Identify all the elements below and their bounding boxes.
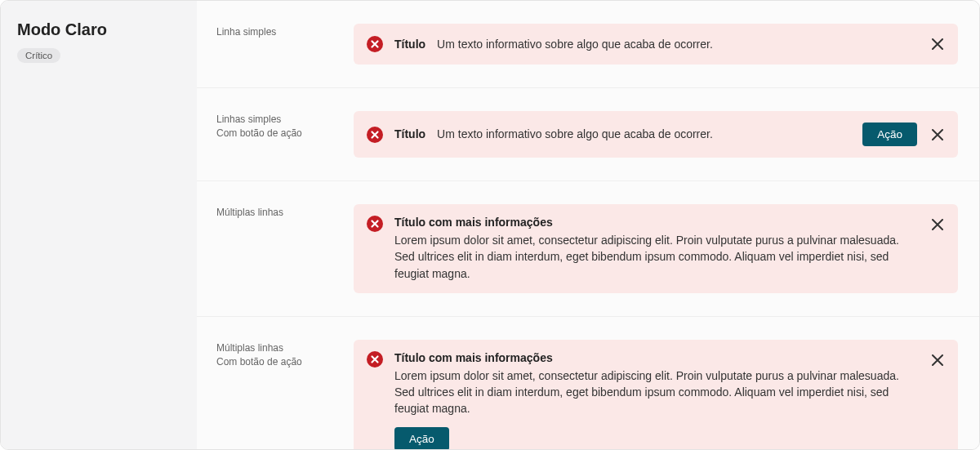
alert-body: Título com mais informações Lorem ipsum … — [394, 351, 917, 449]
variant-content: Título Um texto informativo sobre algo q… — [354, 111, 958, 158]
alert-body: Título Um texto informativo sobre algo q… — [394, 126, 851, 142]
canvas: Modo Claro Crítico Linha simples Título … — [0, 0, 980, 450]
variant-label-line: Linhas simples — [216, 113, 354, 127]
page-title: Modo Claro — [17, 20, 180, 39]
variant-label: Múltiplas linhas Com botão de ação — [216, 340, 354, 370]
alert-title: Título — [394, 127, 425, 140]
error-circle-icon — [367, 216, 383, 232]
error-circle-icon — [367, 351, 383, 368]
variant-content: Título com mais informações Lorem ipsum … — [354, 340, 958, 449]
alert-body: Título com mais informações Lorem ipsum … — [394, 216, 917, 282]
close-button[interactable] — [929, 216, 947, 234]
sidebar: Modo Claro Crítico — [1, 1, 197, 449]
error-circle-icon — [367, 127, 383, 143]
alert-critical: Título Um texto informativo sobre algo q… — [354, 24, 958, 65]
error-circle-icon — [367, 36, 383, 52]
variant-row: Múltiplas linhas Título com mais informa… — [197, 181, 979, 317]
close-icon — [932, 219, 943, 230]
variant-label: Múltiplas linhas — [216, 204, 354, 220]
variant-label-line: Múltiplas linhas — [216, 206, 354, 220]
alert-trailing: Ação — [862, 123, 947, 146]
variant-label-line: Múltiplas linhas — [216, 341, 354, 355]
alert-actions: Ação — [394, 427, 917, 449]
alert-description: Um texto informativo sobre algo que acab… — [437, 36, 713, 52]
variant-label-line: Linha simples — [216, 25, 354, 39]
close-icon — [932, 129, 943, 140]
close-icon — [932, 38, 943, 50]
main-content: Linha simples Título Um texto informativ… — [197, 1, 979, 449]
alert-body: Título Um texto informativo sobre algo q… — [394, 36, 917, 52]
status-chip: Crítico — [17, 48, 60, 63]
alert-critical: Título Um texto informativo sobre algo q… — [354, 111, 958, 158]
alert-title: Título com mais informações — [394, 216, 917, 229]
variant-label: Linhas simples Com botão de ação — [216, 111, 354, 141]
variant-row: Linha simples Título Um texto informativ… — [197, 1, 979, 88]
action-button[interactable]: Ação — [862, 123, 917, 146]
variant-row: Linhas simples Com botão de ação Título … — [197, 88, 979, 181]
alert-title: Título — [394, 38, 425, 51]
variant-label: Linha simples — [216, 24, 354, 39]
alert-critical: Título com mais informações Lorem ipsum … — [354, 204, 958, 293]
close-button[interactable] — [929, 126, 947, 144]
action-button[interactable]: Ação — [394, 427, 449, 449]
variant-content: Título com mais informações Lorem ipsum … — [354, 204, 958, 293]
alert-title: Título com mais informações — [394, 351, 917, 364]
alert-description: Lorem ipsum dolor sit amet, consectetur … — [394, 368, 917, 417]
alert-description: Um texto informativo sobre algo que acab… — [437, 126, 713, 142]
close-button[interactable] — [929, 351, 947, 369]
close-icon — [932, 354, 943, 366]
alert-description: Lorem ipsum dolor sit amet, consectetur … — [394, 232, 917, 282]
variant-content: Título Um texto informativo sobre algo q… — [354, 24, 958, 65]
variant-label-line: Com botão de ação — [216, 127, 354, 140]
variant-label-line: Com botão de ação — [216, 355, 354, 369]
close-button[interactable] — [929, 35, 947, 53]
alert-critical: Título com mais informações Lorem ipsum … — [354, 340, 958, 449]
variant-row: Múltiplas linhas Com botão de ação Títul… — [197, 317, 979, 449]
